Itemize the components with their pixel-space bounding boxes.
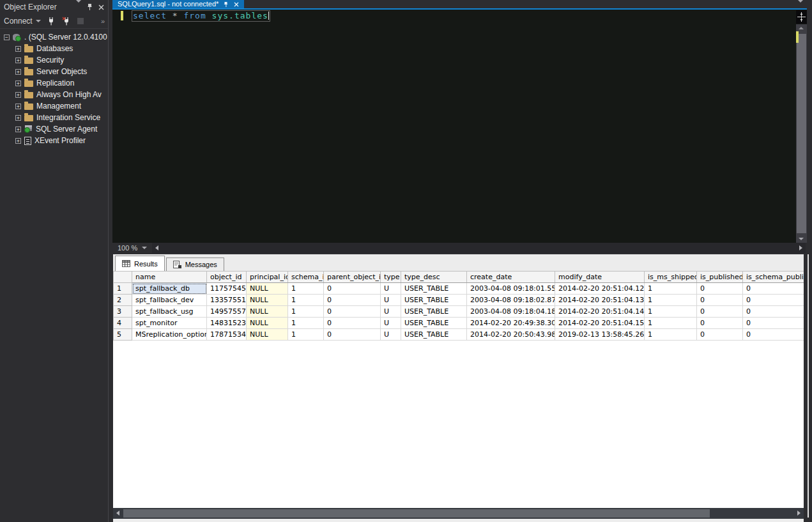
grid-cell[interactable]: 0 xyxy=(743,295,804,306)
grid-column-header[interactable]: parent_object_id xyxy=(324,272,381,283)
grid-column-header[interactable]: create_date xyxy=(467,272,555,283)
sidebar-item-management[interactable]: Management xyxy=(0,100,108,112)
grid-column-header[interactable]: type_desc xyxy=(401,272,467,283)
grid-cell[interactable]: 2019-02-13 13:58:45.263 xyxy=(555,329,645,341)
grid-cell[interactable]: USER_TABLE xyxy=(401,295,467,306)
scroll-left-arrow-icon[interactable] xyxy=(116,510,119,516)
close-icon[interactable] xyxy=(98,4,104,10)
grid-cell[interactable]: 0 xyxy=(697,295,743,306)
grid-cell[interactable]: 1 xyxy=(645,306,697,318)
grid-cell[interactable]: spt_fallback_db xyxy=(132,283,207,295)
scroll-right-arrow-icon[interactable] xyxy=(797,510,801,516)
sidebar-item-xevent-profiler[interactable]: XEvent Profiler xyxy=(0,135,108,146)
grid-row-number[interactable]: 3 xyxy=(114,306,132,318)
grid-cell[interactable]: 0 xyxy=(743,283,804,295)
grid-cell[interactable]: 133575514 xyxy=(207,295,247,306)
grid-cell[interactable]: 0 xyxy=(697,318,743,329)
grid-cell[interactable]: 1 xyxy=(645,329,697,341)
pin-icon[interactable] xyxy=(87,3,93,11)
grid-column-header[interactable]: schema_id xyxy=(288,272,324,283)
sidebar-item-security[interactable]: Security xyxy=(0,54,108,66)
disconnect-object-icon[interactable] xyxy=(62,17,71,26)
grid-cell[interactable]: 0 xyxy=(324,329,381,341)
expand-expander-icon[interactable] xyxy=(15,127,21,132)
grid-cell[interactable]: spt_fallback_dev xyxy=(132,295,207,306)
code-editor-canvas[interactable]: select * from sys.tables xyxy=(112,10,807,243)
window-position-chevron-icon[interactable] xyxy=(76,3,81,12)
grid-cell[interactable]: 2014-02-20 20:51:04.137 xyxy=(555,295,645,306)
expand-expander-icon[interactable] xyxy=(15,115,21,121)
grid-cell[interactable]: 117575457 xyxy=(207,283,247,295)
grid-cell[interactable]: 149575571 xyxy=(207,306,247,318)
sidebar-item-server-objects[interactable]: Server Objects xyxy=(0,66,108,77)
grid-cell[interactable]: 0 xyxy=(324,306,381,318)
tab-results[interactable]: Results xyxy=(115,256,165,271)
grid-cell[interactable]: 0 xyxy=(697,329,743,341)
grid-cell[interactable]: 0 xyxy=(743,329,804,341)
results-horizontal-scrollbar[interactable] xyxy=(113,508,804,519)
grid-cell[interactable]: 1 xyxy=(288,283,324,295)
grid-cell[interactable]: 1 xyxy=(288,329,324,341)
grid-cell[interactable]: NULL xyxy=(247,306,288,318)
grid-column-header[interactable]: is_ms_shipped xyxy=(645,272,697,283)
grid-cell[interactable]: spt_fallback_usg xyxy=(132,306,207,318)
grid-cell[interactable]: 1 xyxy=(645,283,697,295)
grid-cell[interactable]: 2014-02-20 20:51:04.157 xyxy=(555,318,645,329)
grid-cell[interactable]: 1 xyxy=(645,295,697,306)
expand-expander-icon[interactable] xyxy=(15,46,21,52)
grid-cell[interactable]: NULL xyxy=(247,295,288,306)
grid-cell[interactable]: 0 xyxy=(697,283,743,295)
expand-expander-icon[interactable] xyxy=(15,138,21,144)
grid-cell[interactable]: USER_TABLE xyxy=(401,318,467,329)
grid-cell[interactable]: 2003-04-08 09:18:04.180 xyxy=(467,306,555,318)
grid-corner-cell[interactable] xyxy=(114,272,132,283)
grid-cell[interactable]: 1 xyxy=(288,318,324,329)
grid-cell[interactable]: USER_TABLE xyxy=(401,329,467,341)
results-vertical-scrollbar[interactable] xyxy=(808,254,809,518)
grid-cell[interactable]: 0 xyxy=(324,295,381,306)
expand-expander-icon[interactable] xyxy=(15,81,21,86)
grid-cell[interactable]: 2014-02-20 20:50:43.983 xyxy=(467,329,555,341)
scroll-up-arrow-icon[interactable] xyxy=(799,27,804,29)
grid-cell[interactable]: 1787153412 xyxy=(207,329,247,341)
grid-cell[interactable]: 0 xyxy=(324,318,381,329)
grid-row-number[interactable]: 1 xyxy=(114,283,132,295)
grid-column-header[interactable]: object_id xyxy=(207,272,247,283)
grid-cell[interactable]: USER_TABLE xyxy=(401,283,467,295)
grid-column-header[interactable]: name xyxy=(132,272,207,283)
toolbar-overflow-icon[interactable] xyxy=(101,18,104,24)
grid-cell[interactable]: U xyxy=(381,329,401,341)
grid-column-header[interactable]: type xyxy=(381,272,401,283)
document-tab[interactable]: SQLQuery1.sql - not connected* xyxy=(112,0,244,8)
code-line[interactable]: select * from sys.tables xyxy=(132,10,270,22)
collapse-expander-icon[interactable] xyxy=(4,35,10,40)
grid-column-header[interactable]: is_published xyxy=(697,272,743,283)
grid-cell[interactable]: 0 xyxy=(743,318,804,329)
grid-column-header[interactable]: modify_date xyxy=(555,272,645,283)
grid-cell[interactable]: 2014-02-20 20:51:04.127 xyxy=(555,283,645,295)
grid-row-number[interactable]: 4 xyxy=(114,318,132,329)
sidebar-item-replication[interactable]: Replication xyxy=(0,77,108,89)
grid-cell[interactable]: 1 xyxy=(288,295,324,306)
grid-cell[interactable]: 1 xyxy=(288,306,324,318)
grid-cell[interactable]: NULL xyxy=(247,283,288,295)
scroll-down-arrow-icon[interactable] xyxy=(799,238,804,240)
connect-object-icon[interactable] xyxy=(47,17,56,26)
expand-expander-icon[interactable] xyxy=(15,58,21,63)
vertical-scrollbar-thumb[interactable] xyxy=(797,34,806,233)
tab-messages[interactable]: Messages xyxy=(166,257,224,271)
scroll-right-arrow-icon[interactable] xyxy=(799,245,802,250)
grid-cell[interactable]: U xyxy=(381,318,401,329)
grid-cell[interactable]: U xyxy=(381,283,401,295)
expand-expander-icon[interactable] xyxy=(15,92,21,98)
grid-column-header[interactable]: is_schema_published xyxy=(743,272,804,283)
sidebar-item-integration-services[interactable]: Integration Service xyxy=(0,112,108,123)
grid-cell[interactable]: 2014-02-20 20:51:04.143 xyxy=(555,306,645,318)
grid-row-number[interactable]: 5 xyxy=(114,329,132,341)
grid-cell[interactable]: 0 xyxy=(324,283,381,295)
grid-cell[interactable]: 2003-04-08 09:18:02.870 xyxy=(467,295,555,306)
tab-close-icon[interactable] xyxy=(234,2,239,7)
grid-cell[interactable]: USER_TABLE xyxy=(401,306,467,318)
tab-pin-icon[interactable] xyxy=(224,1,229,8)
editor-vertical-scrollbar[interactable] xyxy=(796,24,807,243)
